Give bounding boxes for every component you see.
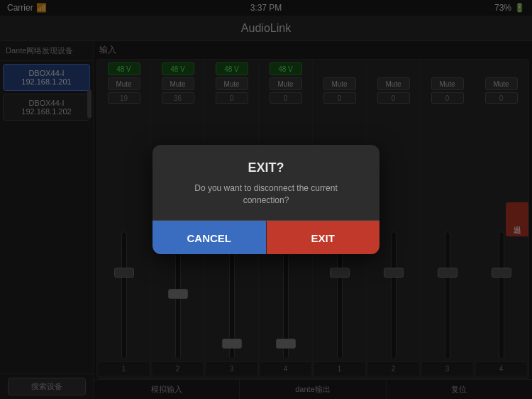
modal-buttons: CANCEL EXIT (153, 220, 379, 254)
modal-title: EXIT? (153, 145, 379, 182)
exit-confirm-button[interactable]: EXIT (267, 221, 380, 254)
modal-overlay: EXIT? Do you want to disconnect the curr… (0, 0, 532, 399)
exit-dialog: EXIT? Do you want to disconnect the curr… (153, 145, 379, 255)
cancel-button[interactable]: CANCEL (153, 221, 266, 254)
modal-message: Do you want to disconnect the current co… (153, 182, 379, 221)
